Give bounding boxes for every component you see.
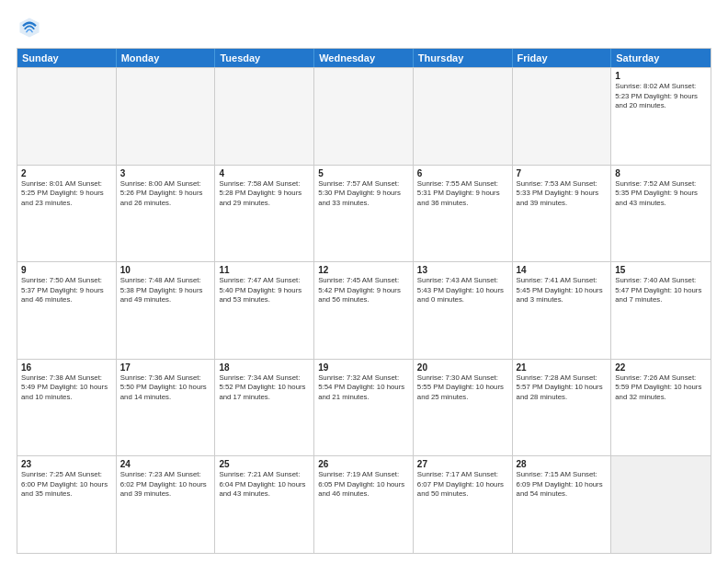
header-day-tuesday: Tuesday (215, 49, 314, 67)
cal-cell-4-3: 26Sunrise: 7:19 AM Sunset: 6:05 PM Dayli… (314, 456, 414, 553)
cell-text: Sunrise: 7:47 AM Sunset: 5:40 PM Dayligh… (219, 276, 310, 305)
cal-cell-3-4: 20Sunrise: 7:30 AM Sunset: 5:55 PM Dayli… (414, 360, 513, 456)
day-number: 13 (417, 265, 508, 275)
calendar-row-1: 2Sunrise: 8:01 AM Sunset: 5:25 PM Daylig… (17, 165, 711, 262)
cell-text: Sunrise: 7:53 AM Sunset: 5:33 PM Dayligh… (517, 179, 608, 209)
day-number: 17 (120, 362, 211, 373)
day-number: 7 (517, 168, 608, 178)
cell-text: Sunrise: 7:21 AM Sunset: 6:04 PM Dayligh… (219, 470, 310, 500)
cal-cell-2-5: 14Sunrise: 7:41 AM Sunset: 5:45 PM Dayli… (513, 262, 612, 359)
day-number: 16 (21, 362, 112, 373)
cell-text: Sunrise: 7:19 AM Sunset: 6:05 PM Dayligh… (318, 470, 409, 500)
cal-cell-0-6: 1Sunrise: 8:02 AM Sunset: 5:23 PM Daylig… (611, 68, 711, 165)
cal-cell-4-4: 27Sunrise: 7:17 AM Sunset: 6:07 PM Dayli… (414, 456, 513, 553)
cal-cell-4-5: 28Sunrise: 7:15 AM Sunset: 6:09 PM Dayli… (513, 456, 612, 553)
cell-text: Sunrise: 7:50 AM Sunset: 5:37 PM Dayligh… (21, 276, 112, 305)
day-number: 15 (615, 265, 707, 275)
cell-text: Sunrise: 7:57 AM Sunset: 5:30 PM Dayligh… (318, 179, 409, 209)
cal-cell-1-2: 4Sunrise: 7:58 AM Sunset: 5:28 PM Daylig… (215, 166, 314, 262)
header-day-wednesday: Wednesday (314, 49, 414, 67)
day-number: 6 (417, 168, 508, 178)
page: SundayMondayTuesdayWednesdayThursdayFrid… (0, 0, 728, 563)
cell-text: Sunrise: 7:17 AM Sunset: 6:07 PM Dayligh… (417, 470, 508, 500)
day-number: 8 (615, 168, 707, 178)
cell-text: Sunrise: 7:28 AM Sunset: 5:57 PM Dayligh… (517, 373, 608, 403)
day-number: 10 (120, 265, 211, 275)
cell-text: Sunrise: 7:48 AM Sunset: 5:38 PM Dayligh… (120, 276, 211, 305)
day-number: 20 (417, 362, 508, 373)
cal-cell-0-3 (314, 68, 414, 165)
day-number: 24 (120, 459, 211, 469)
day-number: 26 (318, 459, 409, 469)
calendar-row-2: 9Sunrise: 7:50 AM Sunset: 5:37 PM Daylig… (17, 261, 711, 359)
header-day-saturday: Saturday (611, 49, 711, 67)
cell-text: Sunrise: 7:32 AM Sunset: 5:54 PM Dayligh… (318, 373, 409, 403)
cell-text: Sunrise: 8:02 AM Sunset: 5:23 PM Dayligh… (615, 82, 707, 111)
cal-cell-1-0: 2Sunrise: 8:01 AM Sunset: 5:25 PM Daylig… (17, 166, 117, 262)
cal-cell-2-1: 10Sunrise: 7:48 AM Sunset: 5:38 PM Dayli… (117, 262, 216, 359)
cell-text: Sunrise: 8:01 AM Sunset: 5:25 PM Dayligh… (21, 179, 112, 209)
day-number: 1 (615, 71, 707, 81)
day-number: 28 (517, 459, 608, 469)
day-number: 25 (219, 459, 310, 469)
cell-text: Sunrise: 7:38 AM Sunset: 5:49 PM Dayligh… (21, 373, 112, 403)
header (17, 15, 711, 40)
cal-cell-4-0: 23Sunrise: 7:25 AM Sunset: 6:00 PM Dayli… (17, 456, 117, 553)
cal-cell-0-0 (17, 68, 117, 165)
cell-text: Sunrise: 7:55 AM Sunset: 5:31 PM Dayligh… (417, 179, 508, 209)
cal-cell-3-3: 19Sunrise: 7:32 AM Sunset: 5:54 PM Dayli… (314, 360, 414, 456)
logo-icon (17, 15, 42, 40)
calendar-body: 1Sunrise: 8:02 AM Sunset: 5:23 PM Daylig… (17, 67, 711, 553)
day-number: 19 (318, 362, 409, 373)
header-day-friday: Friday (513, 49, 612, 67)
cell-text: Sunrise: 7:26 AM Sunset: 5:59 PM Dayligh… (615, 373, 707, 403)
day-number: 14 (517, 265, 608, 275)
day-number: 22 (615, 362, 707, 373)
cell-text: Sunrise: 7:58 AM Sunset: 5:28 PM Dayligh… (219, 179, 310, 209)
cal-cell-3-1: 17Sunrise: 7:36 AM Sunset: 5:50 PM Dayli… (117, 360, 216, 456)
day-number: 2 (21, 168, 112, 178)
cal-cell-1-6: 8Sunrise: 7:52 AM Sunset: 5:35 PM Daylig… (611, 166, 711, 262)
cal-cell-0-4 (414, 68, 513, 165)
day-number: 21 (517, 362, 608, 373)
header-day-sunday: Sunday (17, 49, 117, 67)
logo (17, 15, 46, 40)
day-number: 18 (219, 362, 310, 373)
cal-cell-2-3: 12Sunrise: 7:45 AM Sunset: 5:42 PM Dayli… (314, 262, 414, 359)
day-number: 4 (219, 168, 310, 178)
calendar: SundayMondayTuesdayWednesdayThursdayFrid… (17, 48, 711, 554)
cal-cell-2-6: 15Sunrise: 7:40 AM Sunset: 5:47 PM Dayli… (611, 262, 711, 359)
day-number: 27 (417, 459, 508, 469)
cal-cell-4-2: 25Sunrise: 7:21 AM Sunset: 6:04 PM Dayli… (215, 456, 314, 553)
day-number: 5 (318, 168, 409, 178)
cell-text: Sunrise: 7:52 AM Sunset: 5:35 PM Dayligh… (615, 179, 707, 209)
cal-cell-0-2 (215, 68, 314, 165)
calendar-row-0: 1Sunrise: 8:02 AM Sunset: 5:23 PM Daylig… (17, 67, 711, 165)
cell-text: Sunrise: 7:30 AM Sunset: 5:55 PM Dayligh… (417, 373, 508, 403)
cal-cell-1-5: 7Sunrise: 7:53 AM Sunset: 5:33 PM Daylig… (513, 166, 612, 262)
cell-text: Sunrise: 7:45 AM Sunset: 5:42 PM Dayligh… (318, 276, 409, 305)
day-number: 3 (120, 168, 211, 178)
cell-text: Sunrise: 7:41 AM Sunset: 5:45 PM Dayligh… (517, 276, 608, 305)
day-number: 12 (318, 265, 409, 275)
day-number: 9 (21, 265, 112, 275)
cell-text: Sunrise: 7:43 AM Sunset: 5:43 PM Dayligh… (417, 276, 508, 305)
day-number: 11 (219, 265, 310, 275)
cal-cell-1-1: 3Sunrise: 8:00 AM Sunset: 5:26 PM Daylig… (117, 166, 216, 262)
cal-cell-2-4: 13Sunrise: 7:43 AM Sunset: 5:43 PM Dayli… (414, 262, 513, 359)
cell-text: Sunrise: 7:15 AM Sunset: 6:09 PM Dayligh… (517, 470, 608, 500)
header-day-monday: Monday (117, 49, 216, 67)
header-day-thursday: Thursday (414, 49, 513, 67)
cell-text: Sunrise: 8:00 AM Sunset: 5:26 PM Dayligh… (120, 179, 211, 209)
cell-text: Sunrise: 7:23 AM Sunset: 6:02 PM Dayligh… (120, 470, 211, 500)
cell-text: Sunrise: 7:36 AM Sunset: 5:50 PM Dayligh… (120, 373, 211, 403)
calendar-row-4: 23Sunrise: 7:25 AM Sunset: 6:00 PM Dayli… (17, 455, 711, 553)
cell-text: Sunrise: 7:40 AM Sunset: 5:47 PM Dayligh… (615, 276, 707, 305)
cal-cell-3-0: 16Sunrise: 7:38 AM Sunset: 5:49 PM Dayli… (17, 360, 117, 456)
cal-cell-1-4: 6Sunrise: 7:55 AM Sunset: 5:31 PM Daylig… (414, 166, 513, 262)
cal-cell-0-5 (513, 68, 612, 165)
cal-cell-3-2: 18Sunrise: 7:34 AM Sunset: 5:52 PM Dayli… (215, 360, 314, 456)
calendar-header: SundayMondayTuesdayWednesdayThursdayFrid… (17, 49, 711, 67)
cal-cell-2-0: 9Sunrise: 7:50 AM Sunset: 5:37 PM Daylig… (17, 262, 117, 359)
cell-text: Sunrise: 7:34 AM Sunset: 5:52 PM Dayligh… (219, 373, 310, 403)
